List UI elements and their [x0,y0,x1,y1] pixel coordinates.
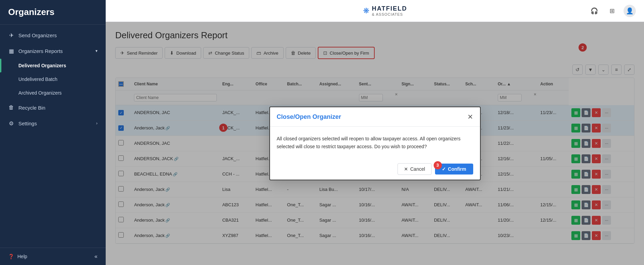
recycle-bin-icon: 🗑 [8,104,14,111]
sidebar-item-delivered-organizers[interactable]: Delivered Organizers [0,59,106,72]
grid-icon[interactable]: ⊞ [606,5,618,17]
sidebar-item-organizers-reports[interactable]: ▦ Organizers Reports ▾ [0,43,106,59]
sidebar-label-help: Help [17,254,27,259]
modal-cancel-button[interactable]: ✕ Cancel [398,163,432,175]
logo-name: HATFIELD [372,5,407,12]
sidebar-subnav: Delivered Organizers Undelivered Batch A… [0,59,106,100]
sidebar-label-send-organizers: Send Organizers [18,32,57,38]
modal-overlay: 3 Close/Open Organizer ✕ All closed orga… [106,22,644,265]
confirm-check-icon: ✓ [442,166,446,172]
modal-close-button[interactable]: ✕ [467,113,473,121]
sidebar-item-send-organizers[interactable]: ✈ Send Organizers [0,27,106,43]
sidebar-nav: ✈ Send Organizers ▦ Organizers Reports ▾… [0,25,106,248]
sidebar-label-archived-organizers: Archived Organizers [18,90,62,96]
logo: ❋ HATFIELD & ASSOCIATES [363,5,407,16]
page-content: Delivered Organizers Report 2 ✈ Send Rem… [106,22,644,265]
modal-body: All closed organizers selected will reop… [270,127,480,158]
header-actions: 🎧 ⊞ 👤 [588,5,636,17]
reports-icon: ▦ [8,48,14,54]
sidebar: Organizers ✈ Send Organizers ▦ Organizer… [0,0,106,265]
main-area: ❋ HATFIELD & ASSOCIATES 🎧 ⊞ 👤 Delivered … [106,0,644,265]
sidebar-footer: ❓ Help « [0,248,106,265]
cancel-x-icon: ✕ [404,166,408,172]
sidebar-item-help[interactable]: ❓ Help [8,254,27,259]
headset-icon[interactable]: 🎧 [588,5,600,17]
user-avatar[interactable]: 👤 [624,5,636,17]
chevron-down-icon: ▾ [95,48,98,53]
close-open-organizer-modal: 3 Close/Open Organizer ✕ All closed orga… [269,107,481,180]
sidebar-item-settings[interactable]: ⚙ Settings › [0,115,106,131]
collapse-sidebar-button[interactable]: « [94,253,98,260]
sidebar-label-undelivered-batch: Undelivered Batch [18,76,57,82]
sidebar-label-recycle-bin: Recycle Bin [18,105,45,111]
chevron-right-icon: › [96,121,98,126]
sidebar-item-archived-organizers[interactable]: Archived Organizers [0,86,106,100]
sidebar-item-recycle-bin[interactable]: 🗑 Recycle Bin [0,100,106,115]
send-icon: ✈ [8,32,14,38]
step-badge-3: 3 [434,161,442,169]
logo-icon: ❋ [363,6,369,15]
app-title: Organizers [0,0,106,25]
modal-header: Close/Open Organizer ✕ [270,107,480,127]
sidebar-label-organizers-reports: Organizers Reports [18,48,63,54]
sidebar-item-undelivered-batch[interactable]: Undelivered Batch [0,72,106,86]
app-header: ❋ HATFIELD & ASSOCIATES 🎧 ⊞ 👤 [106,0,644,22]
modal-footer: ✕ Cancel ✓ Confirm [270,158,480,180]
sidebar-label-settings: Settings [18,121,37,126]
settings-icon: ⚙ [8,120,14,126]
help-icon: ❓ [8,254,14,259]
logo-sub: & ASSOCIATES [372,12,407,16]
modal-title: Close/Open Organizer [277,113,341,121]
sidebar-label-delivered-organizers: Delivered Organizers [18,63,66,68]
